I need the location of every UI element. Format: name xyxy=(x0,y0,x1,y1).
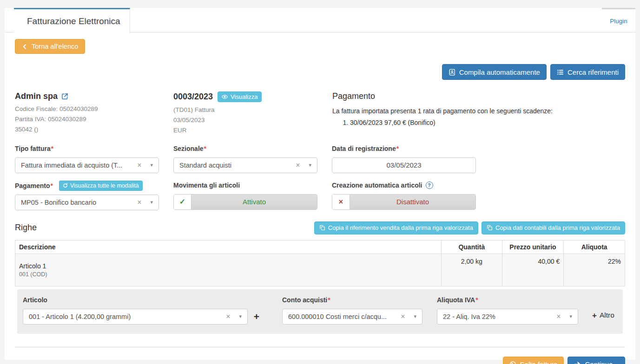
chevron-left-icon xyxy=(22,44,28,50)
invoice-info-section: Admin spa Codice Fiscale: 05024030289 Pa… xyxy=(15,91,625,136)
movimenta-toggle[interactable]: ✓ Attivato xyxy=(173,194,317,210)
invoice-currency: EUR xyxy=(173,126,332,136)
col-quantita: Quantità xyxy=(441,240,502,254)
articolo-select[interactable]: 001 - Articolo 1 (4.200,00 grammi) × ▾ xyxy=(23,309,248,325)
required-asterisk: * xyxy=(475,296,478,304)
caret-down-icon[interactable]: ▾ xyxy=(150,199,153,205)
search-references-button[interactable]: Cerca riferimenti xyxy=(550,64,625,80)
clear-icon[interactable]: × xyxy=(556,312,561,321)
tab-plugin[interactable]: Plugin xyxy=(602,8,635,32)
payment-column: Pagamento La fattura importata presenta … xyxy=(332,91,625,136)
section-divider xyxy=(15,347,625,347)
tipo-fattura-select[interactable]: Fattura immediata di acquisto (T... × ▾ xyxy=(15,157,159,173)
top-actions: Compila automaticamente Cerca riferiment… xyxy=(15,64,625,80)
required-asterisk: * xyxy=(204,145,206,152)
sezionale-group: Sezionale* Standard acquisti × ▾ xyxy=(173,144,317,173)
registration-date-input[interactable] xyxy=(332,157,476,173)
creazione-group: Creazione automatica articoli ? × Disatt… xyxy=(332,181,476,210)
col-aliquota: Aliquota xyxy=(564,240,625,254)
aliquota-iva-group: Aliquota IVA* 22 - Aliq. Iva 22% × ▾ xyxy=(437,295,578,325)
row-unit-price: 40,00 € xyxy=(502,254,564,286)
tab-label: Fatturazione Elettronica xyxy=(27,16,120,26)
view-invoice-badge[interactable]: Visualizza xyxy=(218,91,262,102)
conto-acquisti-group: Conto acquisti* 600.000010 Costi merci c… xyxy=(282,295,422,325)
required-asterisk: * xyxy=(396,145,399,152)
caret-down-icon[interactable]: ▾ xyxy=(150,162,153,168)
tipo-fattura-group: Tipo fattura* Fattura immediata di acqui… xyxy=(15,144,159,173)
supplier-details: Codice Fiscale: 05024030289 Partita IVA:… xyxy=(15,104,173,135)
show-all-payment-modes-button[interactable]: Visualizza tutte le modalità xyxy=(59,181,143,191)
altro-label: Altro xyxy=(600,311,614,320)
movimenta-group: Movimenta gli articoli ✓ Attivato xyxy=(173,181,317,210)
invoice-number: 0003/2023 xyxy=(173,92,213,102)
autofill-button[interactable]: Compila automaticamente xyxy=(442,64,547,80)
content-area: Torna all'elenco Compila automaticamente… xyxy=(5,32,635,364)
caret-down-icon[interactable]: ▾ xyxy=(309,162,311,168)
creazione-label: Creazione automatica articoli ? xyxy=(332,181,476,190)
righe-header: Righe Copia il riferimento vendita dalla… xyxy=(15,221,625,234)
pagamento-group: Pagamento* Visualizza tutte le modalità … xyxy=(15,181,159,210)
eye-icon xyxy=(222,94,228,100)
main-panel: Fatturazione Elettronica Plugin Torna al… xyxy=(5,8,635,360)
pagamento-select[interactable]: MP05 - Bonifico bancario × ▾ xyxy=(15,195,159,210)
aliquota-iva-label: Aliquota IVA* xyxy=(437,295,578,305)
required-asterisk: * xyxy=(51,145,53,152)
skip-invoice-label: Salta fattura xyxy=(520,360,558,364)
sezionale-value: Standard acquisti xyxy=(179,162,292,169)
continue-button[interactable]: Continua... xyxy=(567,357,625,364)
external-link-icon[interactable] xyxy=(61,93,68,100)
show-all-payment-modes-label: Visualizza tutte le modalità xyxy=(70,182,139,189)
form-row-1: Tipo fattura* Fattura immediata di acqui… xyxy=(15,144,625,173)
sezionale-select[interactable]: Standard acquisti × ▾ xyxy=(173,157,317,173)
view-badge-label: Visualizza xyxy=(231,93,257,100)
aliquota-iva-value: 22 - Aliq. Iva 22% xyxy=(443,313,553,320)
altro-button[interactable]: + Altro xyxy=(592,311,614,320)
righe-table: Descrizione Quantità Prezzo unitario Ali… xyxy=(15,240,625,286)
row-code: 001 (COD) xyxy=(19,271,437,278)
payment-text: La fattura importata presenta 1 rata di … xyxy=(332,107,625,115)
caret-down-icon[interactable]: ▾ xyxy=(239,313,242,319)
copy-sale-reference-button[interactable]: Copia il riferimento vendita dalla prima… xyxy=(314,221,478,234)
movimenta-label: Movimenta gli articoli xyxy=(173,181,317,190)
autofill-label: Compila automaticamente xyxy=(459,68,540,76)
articolo-value: 001 - Articolo 1 (4.200,00 grammi) xyxy=(29,313,222,320)
address-book-icon xyxy=(449,69,455,76)
table-row[interactable]: Articolo 1 001 (COD) 2,00 kg 40,00 € 22% xyxy=(15,254,625,286)
pagamento-value: MP05 - Bonifico bancario xyxy=(21,199,133,206)
conto-acquisti-select[interactable]: 600.000010 Costi merci c/acqu... × ▾ xyxy=(282,309,422,325)
supplier-name-heading: Admin spa xyxy=(15,91,173,101)
clear-icon[interactable]: × xyxy=(137,198,141,207)
search-references-label: Cerca riferimenti xyxy=(567,68,619,76)
supplier-vat: Partita IVA: 05024030289 xyxy=(15,115,173,124)
ban-icon xyxy=(509,361,516,364)
table-header-row: Descrizione Quantità Prezzo unitario Ali… xyxy=(15,240,625,254)
caret-down-icon[interactable]: ▾ xyxy=(414,313,416,319)
clone-icon xyxy=(319,225,325,231)
list-icon xyxy=(557,69,564,76)
tab-fatturazione-elettronica[interactable]: Fatturazione Elettronica xyxy=(14,8,130,33)
clear-icon[interactable]: × xyxy=(296,161,300,169)
articolo-label: Articolo xyxy=(23,295,248,305)
creazione-toggle[interactable]: × Disattivato xyxy=(332,194,476,210)
invoice-date: 03/05/2023 xyxy=(173,116,332,125)
tipo-fattura-label: Tipo fattura* xyxy=(15,144,159,154)
aliquota-iva-select[interactable]: 22 - Aliq. Iva 22% × ▾ xyxy=(437,309,578,325)
clear-icon[interactable]: × xyxy=(137,161,141,169)
add-article-button[interactable]: + xyxy=(248,309,265,325)
clear-icon[interactable]: × xyxy=(226,312,230,321)
col-prezzo-unitario: Prezzo unitario xyxy=(502,240,564,254)
righe-title: Righe xyxy=(15,223,37,233)
copy-accounting-data-button[interactable]: Copia dati contabili dalla prima riga va… xyxy=(482,221,625,234)
supplier-name: Admin spa xyxy=(15,91,58,101)
clear-icon[interactable]: × xyxy=(401,312,405,321)
plus-icon: + xyxy=(254,311,259,322)
row-editor-panel: Articolo 001 - Articolo 1 (4.200,00 gram… xyxy=(17,289,623,334)
plus-icon: + xyxy=(592,311,597,320)
help-icon[interactable]: ? xyxy=(426,182,433,189)
required-asterisk: * xyxy=(50,182,53,189)
invoice-details: (TD01) Fattura 03/05/2023 EUR xyxy=(173,105,332,136)
back-to-list-button[interactable]: Torna all'elenco xyxy=(15,39,85,54)
caret-down-icon[interactable]: ▾ xyxy=(569,313,572,319)
row-description: Articolo 1 xyxy=(19,262,437,270)
skip-invoice-button[interactable]: Salta fattura xyxy=(503,357,564,364)
